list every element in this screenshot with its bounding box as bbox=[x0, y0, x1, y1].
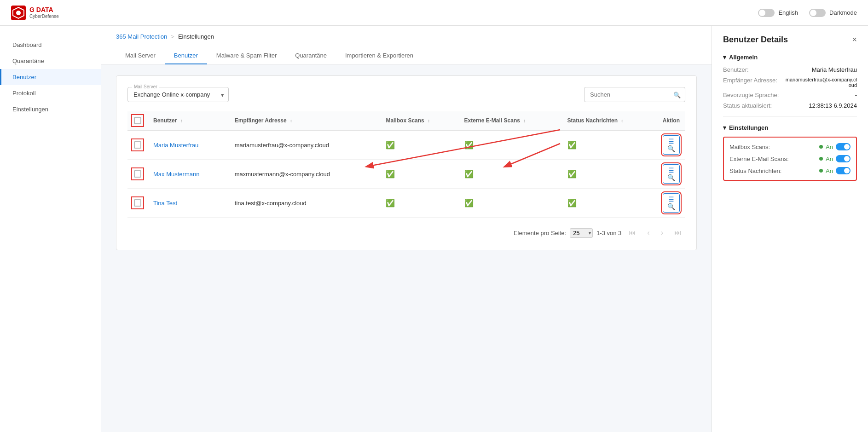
topbar: G DATA CyberDefense English Darkmode bbox=[0, 0, 868, 26]
settings-section: Mailbox Scans: An Externe E-Mail Scans: bbox=[723, 137, 857, 181]
breadcrumb-parent[interactable]: 365 Mail Protection bbox=[116, 33, 167, 40]
darkmode-toggle[interactable] bbox=[809, 9, 826, 17]
row1-check-cell bbox=[127, 130, 148, 160]
sort-icon-status: ↕ bbox=[621, 118, 623, 123]
row2-check-cell bbox=[127, 160, 148, 189]
tab-malware-spam[interactable]: Malware & Spam Filter bbox=[207, 47, 286, 64]
einstellungen-chevron-icon: ▾ bbox=[723, 124, 726, 131]
breadcrumb-separator: > bbox=[171, 33, 174, 40]
sidebar-item-dashboard[interactable]: Dashboard bbox=[0, 37, 101, 53]
search-wrapper: 🔍 bbox=[584, 87, 685, 102]
einstellungen-label: Einstellungen bbox=[729, 124, 768, 131]
externe-toggle[interactable] bbox=[836, 155, 851, 162]
row2-user-link[interactable]: Max Mustermann bbox=[153, 171, 199, 178]
items-per-page-label: Elemente pro Seite: bbox=[514, 230, 566, 236]
row1-details-button[interactable]: ☰🔍 bbox=[663, 135, 680, 155]
tab-quarantaene[interactable]: Quarantäne bbox=[286, 47, 336, 64]
table-row: Max Mustermann maxmustermann@x-company.c… bbox=[127, 160, 685, 189]
col-header-benutzer[interactable]: Benutzer ↑ bbox=[148, 111, 229, 130]
row1-status-check-icon: ✅ bbox=[567, 141, 577, 149]
row1-checkbox[interactable] bbox=[134, 141, 141, 149]
language-toggle-group[interactable]: English bbox=[758, 9, 798, 17]
row3-details-button[interactable]: ☰🔍 bbox=[663, 193, 680, 213]
row3-email: tina.test@x-company.cloud bbox=[229, 189, 381, 218]
row3-name: Tina Test bbox=[148, 189, 229, 218]
row2-externe-check-icon: ✅ bbox=[464, 170, 474, 178]
users-table: Benutzer ↑ Empfänger Adresse ↕ Mailbox S… bbox=[127, 111, 685, 218]
topbar-right: English Darkmode bbox=[758, 9, 857, 17]
detail-row-sprache: Bevorzugte Sprache: - bbox=[723, 92, 857, 98]
row2-status: ✅ bbox=[562, 160, 657, 189]
row2-action-cell: ☰🔍 bbox=[657, 160, 685, 189]
table-wrapper: Benutzer ↑ Empfänger Adresse ↕ Mailbox S… bbox=[127, 111, 685, 218]
row3-mailbox: ✅ bbox=[380, 189, 458, 218]
col-header-externe[interactable]: Externe E-Mail Scans ↕ bbox=[459, 111, 562, 130]
status-toggle[interactable] bbox=[836, 167, 851, 174]
server-select-wrapper: Mail Server Exchange Online x-company ▾ bbox=[127, 87, 229, 102]
pagination-next-button[interactable]: › bbox=[657, 227, 667, 239]
allgemein-section-header[interactable]: ▾ Allgemein bbox=[723, 54, 857, 61]
tab-import-export[interactable]: Importieren & Exportieren bbox=[336, 47, 422, 64]
darkmode-toggle-thumb bbox=[810, 10, 816, 16]
gdata-logo-icon bbox=[11, 6, 26, 20]
select-all-checkbox[interactable] bbox=[134, 117, 141, 124]
row2-details-button[interactable]: ☰🔍 bbox=[663, 164, 680, 184]
setting-status-externe: An bbox=[819, 155, 851, 162]
logo-gdata: G DATA bbox=[29, 6, 59, 14]
search-input[interactable] bbox=[584, 87, 685, 102]
page-header: 365 Mail Protection > Einstellungen Mail… bbox=[101, 26, 712, 64]
language-toggle[interactable] bbox=[758, 9, 775, 17]
row1-name: Maria Musterfrau bbox=[148, 130, 229, 160]
tabs: Mail Server Benutzer Malware & Spam Filt… bbox=[116, 47, 697, 64]
setting-row-status: Status Nachrichten: An bbox=[729, 167, 851, 174]
mailbox-toggle[interactable] bbox=[836, 143, 851, 150]
row3-user-link[interactable]: Tina Test bbox=[153, 200, 177, 207]
row1-mailbox: ✅ bbox=[380, 130, 458, 160]
pagination-prev-button[interactable]: ‹ bbox=[643, 227, 653, 239]
pagination-first-button[interactable]: ⏮ bbox=[625, 227, 640, 239]
sidebar-item-protokoll[interactable]: Protokoll bbox=[0, 85, 101, 101]
app-layout: Dashboard Quarantäne Benutzer Protokoll … bbox=[0, 26, 868, 432]
row3-checkbox[interactable] bbox=[134, 199, 141, 207]
row2-checkbox[interactable] bbox=[134, 170, 141, 178]
row3-check-cell bbox=[127, 189, 148, 218]
row1-user-link[interactable]: Maria Musterfrau bbox=[153, 142, 198, 149]
main-content: 365 Mail Protection > Einstellungen Mail… bbox=[101, 26, 712, 432]
logo-text: G DATA CyberDefense bbox=[29, 6, 59, 19]
col-header-empfaenger[interactable]: Empfänger Adresse ↕ bbox=[229, 111, 381, 130]
mailbox-status-dot bbox=[819, 145, 823, 149]
pagination: Elemente pro Seite: 25 10 50 100 ▾ 1-3 v… bbox=[127, 227, 685, 239]
page-size-select[interactable]: 25 10 50 100 bbox=[570, 228, 593, 238]
row2-mailbox: ✅ bbox=[380, 160, 458, 189]
sidebar-item-einstellungen[interactable]: Einstellungen bbox=[0, 101, 101, 117]
row3-status: ✅ bbox=[562, 189, 657, 218]
sidebar-item-benutzer[interactable]: Benutzer bbox=[0, 69, 101, 85]
sort-icon-empfaenger: ↕ bbox=[290, 118, 292, 123]
tab-mail-server[interactable]: Mail Server bbox=[116, 47, 165, 64]
detail-label-status-updated: Status aktualisiert: bbox=[723, 102, 783, 109]
search-icon: 🔍 bbox=[673, 91, 681, 98]
sort-icon-mailbox: ↕ bbox=[428, 118, 430, 123]
detail-value-empfaenger: mariamusterfrau@x-company.cloud bbox=[783, 77, 857, 88]
darkmode-toggle-group[interactable]: Darkmode bbox=[809, 9, 857, 17]
content-area: Mail Server Exchange Online x-company ▾ … bbox=[101, 64, 712, 261]
detail-panel-close-button[interactable]: × bbox=[852, 35, 857, 45]
detail-value-sprache: - bbox=[855, 92, 857, 98]
allgemein-section: ▾ Allgemein Benutzer: Maria Musterfrau E… bbox=[723, 54, 857, 109]
main-card: Mail Server Exchange Online x-company ▾ … bbox=[116, 75, 697, 250]
sidebar-item-quarantaene[interactable]: Quarantäne bbox=[0, 53, 101, 69]
detail-row-status-updated: Status aktualisiert: 12:38:13 6.9.2024 bbox=[723, 102, 857, 109]
tab-benutzer[interactable]: Benutzer bbox=[165, 47, 207, 64]
col-header-status[interactable]: Status Nachrichten ↕ bbox=[562, 111, 657, 130]
pagination-last-button[interactable]: ⏭ bbox=[671, 227, 685, 239]
sidebar: Dashboard Quarantäne Benutzer Protokoll … bbox=[0, 26, 101, 432]
row3-mailbox-check-icon: ✅ bbox=[386, 199, 395, 207]
col-header-mailbox[interactable]: Mailbox Scans ↕ bbox=[380, 111, 458, 130]
einstellungen-section-header[interactable]: ▾ Einstellungen bbox=[723, 124, 857, 131]
breadcrumb-current: Einstellungen bbox=[178, 33, 214, 40]
row3-externe-check-icon: ✅ bbox=[464, 199, 474, 207]
row1-externe: ✅ bbox=[459, 130, 562, 160]
row2-externe: ✅ bbox=[459, 160, 562, 189]
row3-status-check-icon: ✅ bbox=[567, 199, 577, 207]
setting-status-mailbox: An bbox=[819, 143, 851, 150]
